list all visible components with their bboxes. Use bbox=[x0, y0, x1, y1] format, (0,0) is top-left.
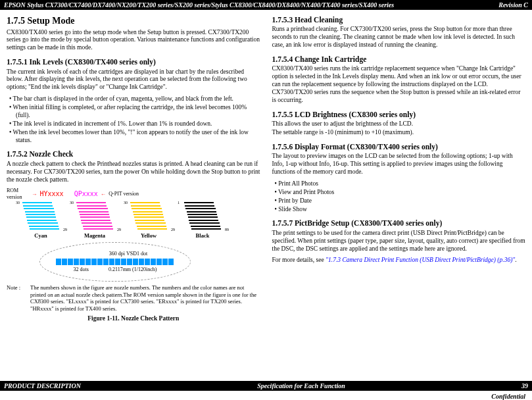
dpi-label: 360 dpi VSD1 dot bbox=[109, 251, 147, 257]
dimension-callout: 360 dpi VSD1 dot 32 dots 0.2117mm (1/120… bbox=[39, 242, 191, 282]
list-item: The bar chart is displayed in the order … bbox=[16, 95, 260, 103]
heading-setup-mode: 1.7.5 Setup Mode bbox=[7, 15, 260, 27]
heading-change-ink: 1.7.5.4 Change Ink Cartridge bbox=[272, 55, 526, 64]
color-yellow: Yellow bbox=[141, 232, 157, 239]
list-item: Print All Photos bbox=[281, 180, 526, 188]
para-ink: The current ink levels of each of the ca… bbox=[7, 68, 260, 92]
heading-head-cleaning: 1.7.5.3 Head Cleaning bbox=[272, 15, 526, 24]
footer-left: PRODUCT DESCRIPTION bbox=[4, 382, 81, 389]
footer-center: Specification for Each Function bbox=[257, 382, 345, 389]
para-lcd2: The settable range is -10 (minimum) to +… bbox=[272, 129, 526, 137]
dots-label: 32 dots bbox=[74, 266, 89, 273]
qpit-label: Q-PIT version bbox=[109, 191, 139, 197]
list-item: Print by Date bbox=[281, 197, 526, 205]
color-black: Black bbox=[196, 232, 210, 239]
heading-ink-levels: 1.7.5.1 Ink Levels (CX8300/TX400 series … bbox=[7, 57, 260, 66]
list-item: When the ink level becomes lower than 10… bbox=[16, 129, 260, 145]
para-nozzle: A nozzle check pattern to check the Prin… bbox=[7, 161, 260, 184]
heading-display-format: 1.7.5.6 Display Format (CX8300/TX400 ser… bbox=[272, 142, 526, 151]
rom-qp: QPxxxx bbox=[74, 190, 98, 199]
figure-note: Note : The numbers shown in the figure a… bbox=[7, 284, 260, 312]
para-setup: CX8300/TX400 series go into the setup mo… bbox=[7, 29, 260, 53]
arrow-left-icon: ← bbox=[101, 191, 107, 198]
footer-bar: PRODUCT DESCRIPTION Specification for Ea… bbox=[0, 381, 532, 391]
page-body: 1.7.5 Setup Mode CX8300/TX400 series go … bbox=[0, 10, 532, 325]
list-item: View and Print Photos bbox=[281, 189, 526, 197]
heading-lcd-brightness: 1.7.5.5 LCD Brightness (CX8300 series on… bbox=[272, 110, 526, 119]
footer-page: 39 bbox=[521, 382, 528, 389]
ink-list: The bar chart is displayed in the order … bbox=[7, 95, 260, 144]
pict-suffix: . bbox=[515, 257, 516, 263]
pictbridge-link[interactable]: "1.7.3 Camera Direct Print Function (USB… bbox=[326, 257, 515, 263]
arrow-right-icon: → bbox=[32, 191, 37, 198]
heading-pictbridge: 1.7.5.7 PictBridge Setup (CX8300/TX400 s… bbox=[272, 218, 526, 228]
header-revision: Revision C bbox=[498, 1, 528, 9]
header-bar: EPSON Stylus CX7300/CX7400/DX7400/NX200/… bbox=[0, 0, 532, 10]
para-disp: The layout to preview images on the LCD … bbox=[272, 153, 526, 176]
right-column: 1.7.5.3 Head Cleaning Runs a printhead c… bbox=[272, 15, 526, 325]
pict-prefix: For more details, see bbox=[272, 257, 326, 263]
para-lcd1: This allows the user to adjust the brigh… bbox=[272, 120, 526, 128]
left-column: 1.7.5 Setup Mode CX8300/TX400 series go … bbox=[7, 15, 260, 325]
note-text: The numbers shown in the figure are nozz… bbox=[30, 284, 260, 312]
list-item: Slide Show bbox=[281, 206, 526, 214]
color-magenta: Magenta bbox=[84, 232, 105, 239]
nozzle-figure: ROM version → HYxxxx QPxxxx ← Q-PIT vers… bbox=[7, 188, 260, 322]
disp-list: Print All Photos View and Print Photos P… bbox=[272, 180, 526, 214]
para-pict2: For more details, see "1.7.3 Camera Dire… bbox=[272, 257, 526, 264]
confidential-label: Confidential bbox=[491, 393, 525, 400]
note-label: Note : bbox=[7, 284, 30, 312]
color-cyan: Cyan bbox=[34, 232, 47, 239]
para-change: CX8300/TX400 series runs the ink cartrid… bbox=[272, 65, 526, 104]
figure-caption: Figure 1-11. Nozzle Check Pattern bbox=[7, 315, 260, 323]
header-title: EPSON Stylus CX7300/CX7400/DX7400/NX200/… bbox=[4, 1, 394, 9]
rom-hy: HYxxxx bbox=[40, 190, 64, 199]
rom-version-label: ROM version bbox=[7, 188, 29, 201]
list-item: The ink level is indicated in increment … bbox=[16, 120, 260, 128]
para-head: Runs a printhead cleaning. For CX7300/TX… bbox=[272, 26, 526, 49]
heading-nozzle-check: 1.7.5.2 Nozzle Check bbox=[7, 149, 260, 159]
para-pict1: The print settings to be used for the ca… bbox=[272, 230, 526, 253]
mm-label: 0.2117mm (1/120inch) bbox=[109, 266, 157, 273]
list-item: When initial filling is completed, or af… bbox=[16, 104, 260, 120]
